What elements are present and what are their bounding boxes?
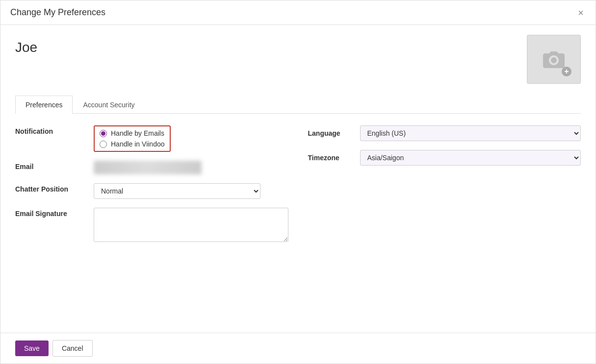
- dialog-body: Joe + Preferences Account Security No: [0, 25, 596, 333]
- language-field: English (US) Vietnamese: [360, 125, 581, 141]
- dialog-title: Change My Preferences: [10, 7, 105, 18]
- email-signature-row: Email Signature: [15, 208, 288, 242]
- email-value-blurred: [94, 161, 202, 174]
- radio-emails-input[interactable]: [100, 130, 107, 137]
- dialog-header: Change My Preferences ×: [0, 0, 596, 25]
- chatter-position-row: Chatter Position Normal Sided: [15, 183, 288, 199]
- timezone-label: Timezone: [308, 154, 352, 162]
- form-left: Notification Handle by Emails Handle in …: [15, 125, 288, 242]
- radio-viindoo-label: Handle in Viindoo: [111, 140, 165, 148]
- tab-account-security[interactable]: Account Security: [73, 96, 145, 114]
- dialog-footer: Save Cancel: [0, 333, 596, 364]
- radio-emails-label: Handle by Emails: [111, 129, 164, 137]
- radio-viindoo-input[interactable]: [100, 141, 107, 148]
- avatar-upload-button[interactable]: +: [527, 35, 581, 84]
- preferences-dialog: Change My Preferences × Joe + Preference…: [0, 0, 596, 364]
- tabs-container: Preferences Account Security: [15, 96, 581, 114]
- email-signature-textarea[interactable]: [94, 208, 288, 242]
- language-label: Language: [308, 129, 352, 137]
- save-button[interactable]: Save: [15, 340, 49, 356]
- language-row: Language English (US) Vietnamese: [308, 125, 581, 141]
- email-field: [94, 161, 288, 174]
- chatter-position-field: Normal Sided: [94, 183, 288, 199]
- timezone-row: Timezone Asia/Saigon UTC America/New_Yor…: [308, 150, 581, 166]
- email-row: Email: [15, 161, 288, 174]
- camera-icon: [542, 49, 566, 69]
- tab-preferences[interactable]: Preferences: [15, 96, 73, 114]
- timezone-select[interactable]: Asia/Saigon UTC America/New_York: [360, 150, 581, 166]
- form-right: Language English (US) Vietnamese Timezon…: [308, 125, 581, 242]
- user-name: Joe: [15, 40, 37, 55]
- chatter-position-select[interactable]: Normal Sided: [94, 183, 260, 199]
- notification-options-box: Handle by Emails Handle in Viindoo: [94, 125, 171, 152]
- notification-row: Notification Handle by Emails Handle in …: [15, 125, 288, 152]
- radio-handle-by-emails[interactable]: Handle by Emails: [100, 129, 165, 137]
- chatter-position-label: Chatter Position: [15, 183, 94, 193]
- user-section: Joe +: [15, 35, 581, 84]
- cancel-button[interactable]: Cancel: [52, 340, 93, 357]
- notification-field: Handle by Emails Handle in Viindoo: [94, 125, 288, 152]
- add-photo-icon: +: [562, 67, 571, 76]
- email-signature-label: Email Signature: [15, 208, 94, 218]
- close-button[interactable]: ×: [576, 8, 586, 18]
- radio-handle-in-viindoo[interactable]: Handle in Viindoo: [100, 140, 165, 148]
- timezone-field: Asia/Saigon UTC America/New_York: [360, 150, 581, 166]
- notification-label: Notification: [15, 125, 94, 135]
- preferences-form: Notification Handle by Emails Handle in …: [15, 125, 581, 242]
- language-select[interactable]: English (US) Vietnamese: [360, 125, 581, 141]
- email-label: Email: [15, 161, 94, 170]
